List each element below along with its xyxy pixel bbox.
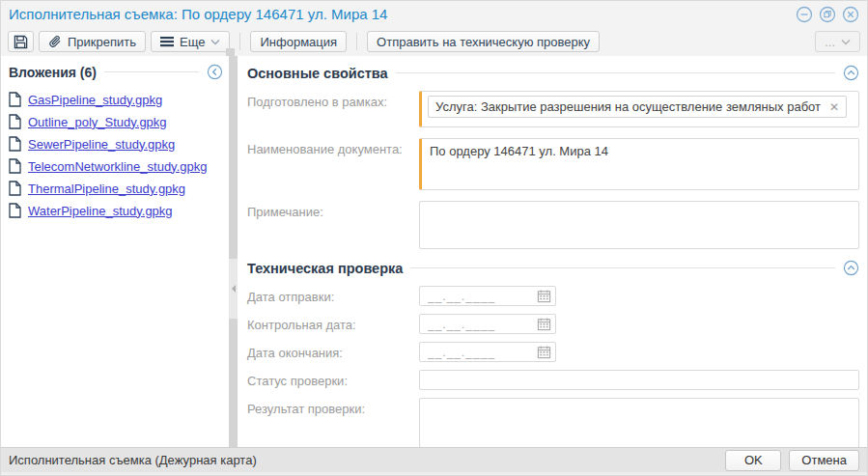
end-date-label: Дата окончания: [247, 342, 419, 362]
overflow-label: ... [825, 35, 835, 49]
more-button[interactable]: Еще [151, 31, 230, 52]
remove-tag-icon[interactable]: ✕ [829, 101, 839, 113]
attach-label: Прикрепить [68, 35, 136, 49]
save-button[interactable] [8, 31, 34, 52]
attachments-list: GasPipeline_study.gpkg Outline_poly_Stud… [9, 92, 223, 218]
paperclip-icon [48, 35, 62, 48]
attachment-link[interactable]: Outline_poly_Study.gpkg [28, 115, 167, 129]
toolbar-separator [239, 33, 240, 50]
attachment-item: TelecomNetworkline_study.gpkg [9, 158, 223, 174]
attachment-item: GasPipeline_study.gpkg [9, 92, 223, 107]
calendar-icon[interactable] [537, 289, 551, 303]
control-date-input[interactable] [419, 314, 556, 334]
collapse-up-icon[interactable] [843, 65, 859, 81]
overflow-button[interactable]: ... [815, 31, 860, 52]
splitter-handle-top[interactable] [226, 48, 235, 56]
splitter-collapse-handle[interactable] [229, 259, 238, 319]
check-status-label: Статус проверки: [247, 370, 419, 390]
note-input[interactable] [419, 201, 859, 249]
splitter-arrow-icon [232, 285, 236, 293]
chevron-down-icon [841, 39, 851, 45]
calendar-icon[interactable] [537, 345, 551, 359]
attach-button[interactable]: Прикрепить [39, 31, 146, 52]
more-label: Еще [180, 35, 205, 49]
control-date-label: Контрольная дата: [247, 314, 419, 334]
check-status-input[interactable] [419, 370, 859, 390]
status-bar: Исполнительная съемка (Дежурная карта) O… [1, 447, 867, 475]
properties-panel: Основные свойства Подготовлено в рамках:… [238, 56, 867, 447]
send-review-button[interactable]: Отправить на техническую проверку [367, 31, 600, 52]
prepared-within-field[interactable]: Услуга: Закрытие разрешения на осуществл… [419, 91, 859, 127]
basic-section-title: Основные свойства [247, 66, 388, 81]
document-name-input[interactable]: По ордеру 146471 ул. Мира 14 [419, 138, 859, 190]
save-icon [14, 35, 28, 49]
file-icon [9, 92, 21, 107]
title-bar: Исполнительная съемка: По ордеру 146471 … [1, 1, 867, 27]
note-label: Примечание: [247, 201, 419, 249]
attachment-link[interactable]: GasPipeline_study.gpkg [28, 93, 162, 107]
file-icon [9, 181, 21, 196]
divider [410, 267, 835, 268]
send-review-label: Отправить на техническую проверку [377, 35, 590, 49]
calendar-icon[interactable] [537, 317, 551, 331]
prepared-within-label: Подготовлено в рамках: [247, 91, 419, 127]
status-text: Исполнительная съемка (Дежурная карта) [9, 453, 257, 467]
divider [396, 72, 835, 73]
attachment-link[interactable]: ThermalPipeline_study.gpkg [28, 182, 185, 196]
close-icon[interactable] [842, 6, 859, 23]
collapse-left-icon[interactable] [207, 64, 223, 80]
minimize-icon[interactable] [796, 6, 813, 23]
attachments-panel: Вложения (6) GasPipeline_study.gpkg Outl… [1, 56, 229, 447]
chevron-down-icon [210, 39, 220, 45]
send-date-input[interactable] [419, 286, 556, 306]
attachment-link[interactable]: TelecomNetworkline_study.gpkg [28, 159, 207, 174]
check-result-label: Результат проверки: [247, 398, 419, 447]
collapse-up-icon[interactable] [843, 260, 859, 276]
information-button[interactable]: Информация [250, 31, 347, 52]
toolbar-separator [356, 33, 357, 50]
attachment-link[interactable]: WaterPipeline_study.gpkg [28, 204, 173, 218]
file-icon [9, 158, 21, 174]
attachment-item: Outline_poly_Study.gpkg [9, 114, 223, 129]
cancel-button[interactable]: Отмена [789, 450, 859, 471]
file-icon [9, 136, 21, 152]
end-date-input[interactable] [419, 342, 556, 362]
send-date-label: Дата отправки: [247, 286, 419, 306]
menu-icon [160, 36, 174, 47]
document-name-label: Наименование документа: [247, 138, 419, 190]
tech-section-title: Техническая проверка [247, 261, 403, 276]
check-result-input[interactable] [419, 398, 859, 447]
service-tag-label: Услуга: Закрытие разрешения на осуществл… [435, 99, 821, 114]
service-tag: Услуга: Закрытие разрешения на осуществл… [428, 96, 847, 118]
toolbar: Прикрепить Еще Информация Отправить на т… [1, 27, 867, 56]
attachment-item: SewerPipeline_study.gpkg [9, 136, 223, 152]
attachment-link[interactable]: SewerPipeline_study.gpkg [28, 137, 175, 152]
attachments-title: Вложения (6) [9, 65, 97, 80]
window-title: Исполнительная съемка: По ордеру 146471 … [9, 6, 387, 22]
information-label: Информация [260, 35, 337, 49]
restore-icon[interactable] [819, 6, 836, 23]
dialog-window: Исполнительная съемка: По ордеру 146471 … [0, 0, 868, 476]
ok-button[interactable]: OK [725, 450, 781, 471]
file-icon [9, 203, 21, 218]
panel-splitter[interactable] [229, 56, 238, 447]
divider [104, 71, 199, 72]
attachment-item: WaterPipeline_study.gpkg [9, 203, 223, 218]
attachment-item: ThermalPipeline_study.gpkg [9, 181, 223, 196]
file-icon [9, 114, 21, 129]
window-controls [796, 6, 859, 23]
